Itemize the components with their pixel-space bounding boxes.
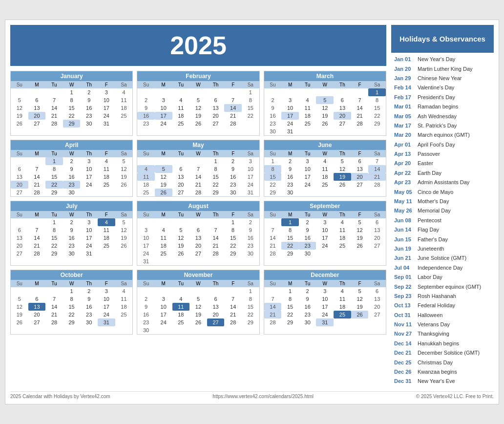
holiday-date: Dec 25 — [394, 359, 415, 366]
calendar-day: 16 — [63, 234, 81, 242]
calendar-day: 9 — [299, 295, 316, 303]
day-header: Sa — [115, 81, 133, 88]
holiday-date: Oct 13 — [394, 302, 415, 309]
day-header: Th — [207, 211, 225, 218]
calendar-day: 21 — [264, 311, 282, 318]
holiday-date: Mar 05 — [394, 113, 415, 120]
calendar-day: 24 — [155, 120, 172, 127]
day-header: Su — [137, 280, 155, 287]
calendar-day: 3 — [299, 157, 316, 165]
calendar-day — [224, 88, 242, 96]
holiday-date: Feb 14 — [394, 84, 415, 91]
calendar-day: 1 — [63, 287, 81, 295]
calendar-day: 8 — [281, 226, 299, 234]
calendar-day: 12 — [115, 165, 133, 173]
calendar-day — [155, 257, 172, 265]
calendar-day: 10 — [316, 226, 334, 234]
calendar-day: 5 — [115, 218, 133, 226]
calendar-day: 14 — [28, 234, 46, 242]
day-header: W — [189, 280, 207, 287]
calendar-day: 9 — [63, 226, 81, 234]
calendar-day: 5 — [11, 295, 28, 303]
day-header: Su — [264, 81, 282, 88]
day-header: Su — [11, 150, 28, 157]
calendar-day: 9 — [224, 165, 242, 173]
calendar-day — [28, 218, 46, 226]
holiday-item: Nov 27Thanksgiving — [394, 329, 491, 339]
calendar-day: 14 — [28, 173, 46, 181]
calendar-day: 14 — [224, 104, 242, 112]
holiday-name: Martin Luther King Day — [418, 65, 473, 73]
month-block: FebruarySuMTuWThFSa123456789101112131415… — [137, 71, 259, 136]
holiday-item: Jul 04Independence Day — [394, 263, 491, 273]
day-header: F — [98, 150, 115, 157]
calendar-day — [207, 287, 225, 295]
calendar-day: 25 — [98, 242, 115, 250]
calendar-day — [189, 287, 207, 295]
holiday-item: Jun 19Juneteenth — [394, 244, 491, 254]
holiday-date: Apr 01 — [394, 141, 415, 148]
calendar-day: 8 — [281, 295, 299, 303]
day-header: F — [98, 211, 115, 218]
calendar-day: 26 — [189, 120, 207, 127]
holiday-name: President's Day — [418, 94, 455, 101]
calendar-day: 15 — [281, 303, 299, 311]
calendar-day: 16 — [264, 112, 282, 120]
calendar-day: 24 — [281, 120, 299, 127]
calendar-day: 6 — [189, 226, 207, 234]
holiday-date: Dec 14 — [394, 340, 415, 347]
day-header: Th — [334, 150, 351, 157]
calendar-day: 30 — [299, 250, 316, 257]
calendar-day: 7 — [351, 96, 369, 104]
calendar-day: 15 — [264, 173, 282, 181]
calendar-day — [264, 287, 282, 295]
day-header: W — [316, 211, 334, 218]
calendar-day: 10 — [80, 226, 98, 234]
day-header: Su — [264, 150, 282, 157]
calendar-day: 24 — [137, 250, 155, 257]
calendar-day: 29 — [281, 250, 299, 257]
calendar-day: 2 — [264, 96, 282, 104]
calendar-day — [351, 189, 369, 196]
calendar-day: 13 — [28, 104, 46, 112]
calendar-day: 25 — [334, 242, 351, 250]
calendar-day — [11, 157, 28, 165]
calendar-day: 19 — [351, 303, 369, 311]
calendar-day: 4 — [334, 287, 351, 295]
calendar-day: 28 — [224, 120, 242, 127]
calendar-day: 28 — [28, 250, 46, 257]
day-header: F — [98, 81, 115, 88]
calendar-day: 28 — [264, 318, 282, 326]
holiday-item: Oct 31Halloween — [394, 311, 491, 320]
day-header: Sa — [368, 81, 386, 88]
day-header: Th — [207, 81, 225, 88]
calendar-day: 21 — [45, 112, 63, 120]
calendar-day: 16 — [299, 234, 316, 242]
holiday-item: Apr 23Admin Assistants Day — [394, 178, 491, 187]
calendar-day: 5 — [11, 96, 28, 104]
calendar-day — [334, 127, 351, 135]
holiday-name: Juneteenth — [418, 245, 444, 253]
calendar-day: 3 — [155, 96, 172, 104]
calendar-day: 24 — [155, 318, 172, 326]
holiday-item: Mar 20March equinox (GMT) — [394, 130, 491, 140]
calendar-day: 3 — [98, 88, 115, 96]
calendar-day: 11 — [299, 104, 316, 112]
calendar-day: 1 — [281, 287, 299, 295]
calendar-day: 17 — [80, 234, 98, 242]
month-title: April — [11, 140, 132, 150]
day-header: Tu — [299, 150, 316, 157]
day-header: Tu — [299, 211, 316, 218]
calendar-day: 27 — [207, 318, 225, 326]
holiday-item: Sep 23Rosh Hashanah — [394, 292, 491, 301]
calendar-day: 4 — [299, 96, 316, 104]
calendar-day: 23 — [242, 242, 259, 250]
holiday-name: June Solstice (GMT) — [418, 254, 466, 262]
calendar-day: 11 — [115, 96, 133, 104]
calendar-day: 22 — [281, 311, 299, 318]
holiday-date: Nov 11 — [394, 321, 415, 328]
calendar-day — [189, 257, 207, 265]
calendar-day: 4 — [115, 287, 133, 295]
calendar-day — [242, 257, 259, 265]
calendar-day: 8 — [45, 226, 63, 234]
